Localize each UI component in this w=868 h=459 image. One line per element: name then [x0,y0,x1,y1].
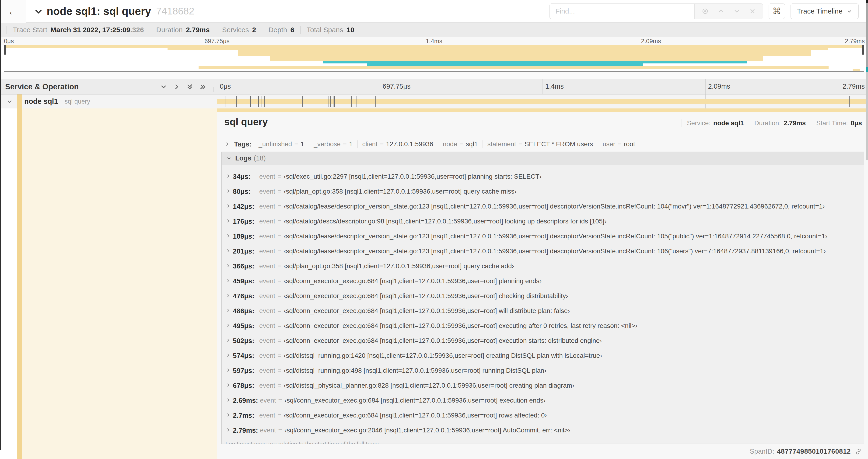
log-entry-row[interactable]: 2.7ms: event = ‹sql/conn_executor_exec.g… [225,411,864,420]
log-field-value: ‹sql/distsql_running.go:498 [nsql1,clien… [284,366,547,375]
log-entry-row[interactable]: 574μs: event = ‹sql/distsql_running.go:1… [225,351,864,360]
chevron-right-icon[interactable] [225,323,231,328]
clear-search-icon[interactable] [749,7,756,15]
divider [224,134,862,134]
collapse-one-icon[interactable] [159,83,168,91]
find-input[interactable] [550,4,694,19]
logs-title: Logs [235,154,251,162]
chevron-right-icon[interactable] [225,397,231,403]
log-equals: = [278,411,281,420]
log-equals: = [278,261,281,271]
log-entry-row[interactable]: 476μs: event = ‹sql/conn_executor_exec.g… [225,291,864,301]
tags-label: Tags: [234,140,251,148]
log-timestamp: 366μs: [233,261,257,271]
log-entry-row[interactable]: 2.69ms: event = ‹sql/conn_executor_exec.… [225,396,864,405]
log-entry-row[interactable]: 678μs: event = ‹sql/distsql_physical_pla… [225,381,864,390]
minimap-axis-label: 1.4ms [426,38,442,45]
expand-one-icon[interactable] [173,83,181,91]
tag-equals: = [380,140,383,148]
metadata-label: Trace Start [13,26,47,34]
log-entry-row[interactable]: 176μs: event = ‹sql/catalog/descs/descri… [225,217,864,226]
page-scrollbar[interactable] [866,0,868,459]
log-entry-row[interactable]: 502μs: event = ‹sql/conn_executor_exec.g… [225,336,864,346]
log-marker-tick [261,96,262,107]
log-field-key: event [259,261,275,271]
metadata-item: Services 2 [216,26,262,34]
chevron-right-icon[interactable] [225,412,231,418]
chevron-right-icon[interactable] [225,188,231,194]
log-entry-row[interactable]: 2.79ms: event = ‹sql/conn_executor_exec.… [225,426,864,435]
focus-match-icon[interactable] [701,7,709,15]
chevron-right-icon[interactable] [225,203,231,209]
span-name-cell[interactable]: node sql1 sql query [0,94,217,108]
tag-equals: = [460,140,463,148]
log-field-key: event [260,426,276,435]
span-stat-label: Duration: [754,120,781,127]
log-equals: = [278,232,281,241]
trace-collapse-chevron-icon[interactable] [34,6,43,16]
tag-key: node [443,140,457,148]
view-type-label: Trace Timeline [797,7,843,15]
logs-count: (18) [254,154,266,162]
log-entry-row[interactable]: 80μs: event = ‹sql/plan_opt.go:358 [nsql… [225,187,864,196]
back-button[interactable]: ← [0,0,26,23]
tag-key: _verbose [314,140,340,148]
timeline-gridline [542,79,543,94]
span-collapse-chevron-icon[interactable] [6,98,13,105]
chevron-right-icon[interactable] [225,173,231,179]
tag-item: statement = SELECT * FROM users [483,140,598,148]
chevron-right-icon[interactable] [225,367,231,373]
minimap-axis-label: 2.79ms [845,38,865,45]
top-bar-controls: ⌘ Trace Timeline [550,3,859,19]
log-entry-row[interactable]: 201μs: event = ‹sql/catalog/lease/descri… [225,247,864,256]
minimap-right-scrubber-handle[interactable] [862,45,864,55]
chevron-down-icon[interactable] [226,155,232,161]
collapse-all-icon[interactable] [186,83,194,91]
log-entry-row[interactable]: 366μs: event = ‹sql/plan_opt.go:358 [nsq… [225,261,864,271]
minimap-left-scrubber-handle[interactable] [4,45,6,55]
span-stat: Start Time: 0μs [811,120,862,127]
log-equals: = [278,217,281,226]
span-duration-bar[interactable] [217,99,868,104]
log-field-key: event [259,411,275,420]
next-result-icon[interactable] [733,7,741,15]
chevron-right-icon[interactable] [225,218,231,224]
log-field-key: event [259,336,275,346]
metadata-value: 2 [252,26,256,34]
log-equals: = [278,172,281,181]
log-entry-row[interactable]: 495μs: event = ‹sql/conn_executor_exec.g… [225,321,864,330]
logs-header[interactable]: Logs (18) [222,152,864,165]
chevron-right-icon[interactable] [224,141,230,147]
log-entry-row[interactable]: 486μs: event = ‹sql/conn_executor_exec.g… [225,306,864,316]
keyboard-shortcuts-button[interactable]: ⌘ [769,3,785,19]
chevron-right-icon[interactable] [225,382,231,388]
log-entry-row[interactable]: 34μs: event = ‹sql/exec_util.go:2297 [ns… [225,172,864,181]
log-entry-row[interactable]: 189μs: event = ‹sql/catalog/lease/descri… [225,232,864,241]
log-marker-tick [375,96,376,107]
log-entry-row[interactable]: 142μs: event = ‹sql/catalog/lease/descri… [225,202,864,211]
chevron-right-icon[interactable] [225,248,231,254]
trace-minimap[interactable] [4,45,864,72]
log-entry-row[interactable]: 597μs: event = ‹sql/distsql_running.go:4… [225,366,864,375]
log-entry-row[interactable]: 459μs: event = ‹sql/conn_executor_exec.g… [225,276,864,286]
view-type-dropdown[interactable]: Trace Timeline [790,3,859,19]
log-marker-tick [334,96,335,107]
column-resize-handle[interactable] [213,87,215,92]
chevron-right-icon[interactable] [225,233,231,239]
log-timestamp: 176μs: [233,217,257,226]
prev-result-icon[interactable] [717,7,725,15]
chevron-right-icon[interactable] [225,278,231,283]
timeline-axis-label: 0μs [220,83,231,90]
chevron-right-icon[interactable] [225,263,231,268]
chevron-right-icon[interactable] [225,308,231,313]
chevron-right-icon[interactable] [225,293,231,298]
expand-all-icon[interactable] [198,83,207,91]
log-timestamp: 678μs: [233,381,257,390]
span-bar-cell[interactable] [217,94,868,108]
tags-row[interactable]: Tags: _unfinished = 1 _verbose = 1 clien… [224,137,862,151]
chevron-right-icon[interactable] [225,427,231,433]
chevron-right-icon[interactable] [225,337,231,343]
minimap-span-bar [238,53,811,56]
deep-link-icon[interactable] [855,448,862,455]
chevron-right-icon[interactable] [225,352,231,358]
